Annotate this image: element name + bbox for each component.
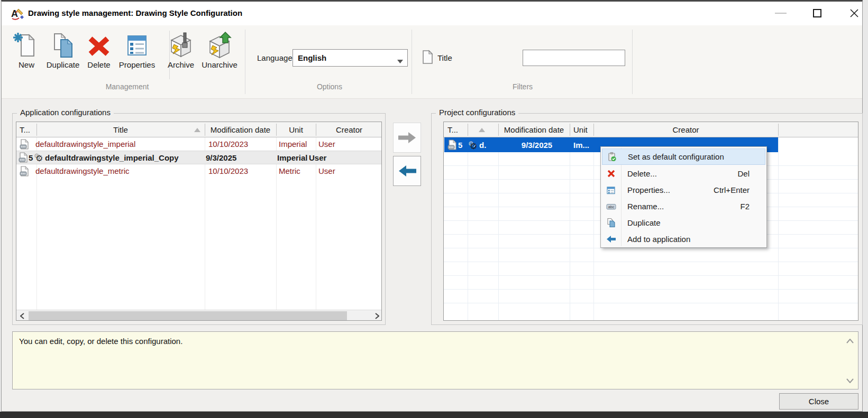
language-dropdown[interactable]: English xyxy=(293,49,408,67)
row-date: 10/10/2023 xyxy=(208,137,248,151)
duplicate-button[interactable]: Duplicate xyxy=(43,32,83,69)
right-col-type[interactable]: T... xyxy=(447,122,466,137)
menu-item-delete[interactable]: Delete... Del xyxy=(602,165,765,182)
window-title: Drawing style management: Drawing Style … xyxy=(28,8,242,17)
language-label: Language xyxy=(257,53,293,62)
close-icon xyxy=(849,8,859,18)
add-to-application-button[interactable] xyxy=(393,156,421,186)
delete-button[interactable]: Delete xyxy=(84,32,114,69)
left-col-title[interactable]: Title xyxy=(36,122,205,137)
unarchive-button[interactable]: Unarchive xyxy=(198,32,241,69)
app-icon: A xyxy=(11,6,25,23)
arrow-right-icon xyxy=(397,131,417,145)
default-gear-icon: ⚙⚙✓ xyxy=(469,143,479,152)
right-col-creator[interactable]: Creator xyxy=(593,122,778,137)
row-date: 9/3/2025 xyxy=(206,151,236,164)
maximize-icon xyxy=(813,9,821,17)
close-window-button[interactable] xyxy=(843,5,866,22)
row-unit: Im... xyxy=(573,137,589,152)
move-to-project-button[interactable] xyxy=(393,123,421,153)
row-creator: User xyxy=(318,164,335,178)
delete-icon xyxy=(606,169,616,179)
properties-button[interactable]: Properties xyxy=(116,32,158,69)
new-document-icon xyxy=(13,32,40,59)
set-default-icon xyxy=(606,152,617,162)
dws-file-icon xyxy=(20,164,29,178)
row-creator: User xyxy=(318,137,335,151)
new-button[interactable]: New xyxy=(12,32,41,69)
chevron-down-icon xyxy=(397,56,403,65)
dws-file-icon xyxy=(19,151,28,164)
sort-ascending-icon xyxy=(479,128,485,132)
row-title: defaultdrawingstyle_metric xyxy=(35,164,130,178)
arrow-left-icon xyxy=(606,234,616,245)
screen-bottom-edge xyxy=(0,412,868,418)
row-unit: Imperial xyxy=(277,151,308,164)
group-label-filters: Filters xyxy=(483,82,562,91)
ribbon-toolbar: New Duplicate Delete xyxy=(2,25,862,99)
scroll-right-icon[interactable] xyxy=(371,310,382,321)
menu-item-add-to-application[interactable]: Add to application xyxy=(602,231,765,247)
archive-button[interactable]: Archive xyxy=(165,32,197,69)
dws-file-icon xyxy=(447,137,456,152)
context-menu: Set as default configuration Delete... D… xyxy=(600,146,767,248)
info-panel: You can edit, copy, or delete this confi… xyxy=(12,331,858,389)
arrow-left-icon xyxy=(397,164,417,178)
row-title: defaultdrawingstyle_imperial xyxy=(35,137,135,151)
titlebar: A Drawing style management: Drawing Styl… xyxy=(2,2,862,26)
application-configurations-title: Application configurations xyxy=(17,108,114,117)
minimize-button[interactable] xyxy=(769,5,792,22)
title-filter-input[interactable] xyxy=(523,50,625,66)
row-unit: Metric xyxy=(279,164,300,178)
rename-icon: abc xyxy=(606,201,616,212)
svg-text:A: A xyxy=(11,8,18,19)
left-table-hscrollbar[interactable] xyxy=(16,310,382,321)
menu-item-set-default[interactable]: Set as default configuration xyxy=(602,148,765,165)
left-col-type[interactable]: T... xyxy=(20,122,35,137)
row-date: 10/10/2023 xyxy=(208,164,248,178)
sort-ascending-icon xyxy=(194,128,200,132)
table-row-current[interactable]: 5 ⚙⚙✓ defaultdrawingstyle_imperial_Copy … xyxy=(16,151,382,164)
menu-item-rename[interactable]: abc Rename... F2 xyxy=(602,198,765,215)
archive-icon xyxy=(167,32,195,59)
row-title: defaultdrawingstyle_imperial_Copy xyxy=(45,151,179,164)
left-table-header: T... Title Modification date Unit Creato… xyxy=(16,122,381,137)
duplicate-icon xyxy=(606,218,616,228)
minimize-icon xyxy=(775,13,787,14)
table-row[interactable]: defaultdrawingstyle_imperial 10/10/2023 … xyxy=(16,137,382,151)
delete-icon xyxy=(85,32,113,59)
row-date: 9/3/2025 xyxy=(505,137,569,152)
properties-icon xyxy=(123,32,151,59)
group-label-management: Management xyxy=(81,82,173,91)
row-unit: Imperial xyxy=(279,137,307,151)
close-button[interactable]: Close xyxy=(779,393,858,410)
info-message: You can edit, copy, or delete this confi… xyxy=(19,337,182,346)
title-filter-label: Title xyxy=(437,53,452,62)
language-value: English xyxy=(298,53,326,62)
row-creator: User xyxy=(309,151,326,164)
group-label-options: Options xyxy=(290,82,369,91)
menu-item-duplicate[interactable]: Duplicate xyxy=(602,215,765,231)
right-col-date[interactable]: Modification date xyxy=(498,122,570,137)
hscroll-thumb[interactable] xyxy=(29,311,347,320)
application-configurations-table: T... Title Modification date Unit Creato… xyxy=(16,122,382,321)
title-filter-icon xyxy=(422,50,433,66)
row-badge: 5 xyxy=(458,137,462,152)
maximize-button[interactable] xyxy=(806,5,829,22)
left-col-date[interactable]: Modification date xyxy=(205,122,276,137)
right-col-unit[interactable]: Unit xyxy=(570,122,593,137)
table-row[interactable]: defaultdrawingstyle_metric 10/10/2023 Me… xyxy=(16,164,382,178)
scroll-left-icon[interactable] xyxy=(16,310,28,321)
scroll-down-icon[interactable] xyxy=(846,376,854,385)
scroll-up-icon[interactable] xyxy=(846,336,854,345)
dws-file-icon xyxy=(20,137,29,151)
ribbon-separator xyxy=(632,30,633,94)
dialog-window: A Drawing style management: Drawing Styl… xyxy=(1,0,863,412)
left-col-creator[interactable]: Creator xyxy=(316,122,382,137)
left-col-unit[interactable]: Unit xyxy=(276,122,316,137)
properties-icon xyxy=(606,185,616,196)
menu-item-properties[interactable]: Properties... Ctrl+Enter xyxy=(602,182,765,198)
project-configurations-title: Project configurations xyxy=(436,108,518,117)
right-table-header: T... Modification date Unit Creator xyxy=(444,122,858,137)
row-name: d. xyxy=(479,137,486,152)
